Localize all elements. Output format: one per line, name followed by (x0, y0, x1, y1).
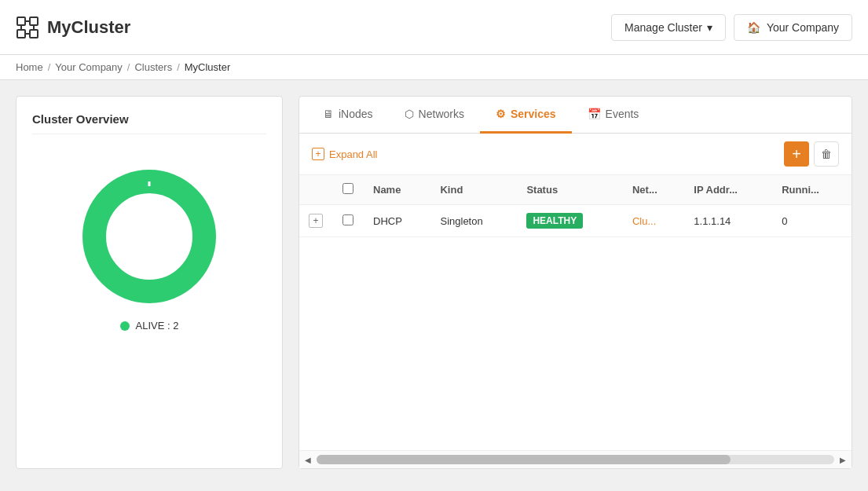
tab-events[interactable]: 📅 Events (572, 97, 655, 134)
scroll-left-button[interactable]: ◀ (302, 454, 313, 465)
row-checkbox[interactable] (342, 214, 353, 225)
trash-icon: 🗑 (821, 148, 832, 160)
col-running: Runni... (772, 175, 852, 205)
delete-button[interactable]: 🗑 (814, 141, 839, 167)
svg-rect-0 (17, 17, 25, 25)
table-container: Name Kind Status Net... IP Addr... Runni… (299, 175, 852, 450)
expand-all-label: Expand All (329, 148, 377, 160)
row-running: 0 (772, 205, 852, 237)
svg-rect-3 (30, 30, 38, 38)
top-header: MyCluster Manage Cluster ▾ 🏠 Your Compan… (0, 0, 868, 55)
expand-all-button[interactable]: + Expand All (312, 148, 377, 160)
row-name: DHCP (364, 205, 430, 237)
breadcrumb-sep-2: / (127, 61, 130, 73)
select-all-checkbox[interactable] (342, 183, 353, 194)
left-panel: Cluster Overview ALIVE : 2 (16, 96, 283, 469)
tab-events-label: Events (606, 108, 639, 120)
table-row: + DHCP Singleton HEALTHY Clu... (299, 205, 852, 237)
row-expand-cell: + (299, 205, 332, 237)
company-button[interactable]: 🏠 Your Company (734, 14, 852, 41)
scroll-track[interactable] (317, 455, 834, 464)
breadcrumb-sep-1: / (48, 61, 51, 73)
tab-services-label: Services (511, 108, 556, 120)
tabs: 🖥 iNodes ⬡ Networks ⚙ Services 📅 Events (299, 97, 852, 134)
breadcrumb-clusters[interactable]: Clusters (134, 61, 172, 73)
col-kind: Kind (430, 175, 517, 205)
row-kind: Singleton (430, 205, 517, 237)
services-icon: ⚙ (496, 108, 506, 120)
col-name: Name (364, 175, 430, 205)
network-link[interactable]: Clu... (632, 215, 656, 227)
add-icon: + (792, 145, 801, 163)
events-icon: 📅 (588, 108, 601, 120)
toolbar: + Expand All + 🗑 (299, 134, 852, 175)
svg-rect-2 (17, 30, 25, 38)
manage-cluster-label: Manage Cluster (624, 21, 702, 34)
tab-services[interactable]: ⚙ Services (480, 97, 572, 134)
header-row: Name Kind Status Net... IP Addr... Runni… (299, 175, 852, 205)
table-body: + DHCP Singleton HEALTHY Clu... (299, 205, 852, 237)
donut-container: ALIVE : 2 (32, 150, 266, 347)
horizontal-scrollbar[interactable]: ◀ ▶ (299, 450, 852, 468)
manage-cluster-button[interactable]: Manage Cluster ▾ (611, 14, 726, 41)
donut-chart (79, 166, 220, 307)
home-icon: 🏠 (747, 21, 760, 34)
services-table: Name Kind Status Net... IP Addr... Runni… (299, 175, 852, 237)
svg-point-8 (94, 181, 204, 291)
row-network: Clu... (623, 205, 684, 237)
row-checkbox-cell (332, 205, 364, 237)
table-header: Name Kind Status Net... IP Addr... Runni… (299, 175, 852, 205)
svg-rect-1 (30, 17, 38, 25)
inodes-icon: 🖥 (323, 108, 334, 120)
page-title: MyCluster (47, 17, 130, 38)
row-status: HEALTHY (517, 205, 623, 237)
scroll-right-button[interactable]: ▶ (837, 454, 848, 465)
tab-networks-label: Networks (419, 108, 464, 120)
alive-text: ALIVE : 2 (136, 320, 179, 332)
tab-networks[interactable]: ⬡ Networks (389, 97, 480, 134)
add-button[interactable]: + (784, 141, 809, 167)
alive-dot (120, 321, 130, 331)
breadcrumb: Home / Your Company / Clusters / MyClust… (0, 55, 868, 80)
header-left: MyCluster (16, 16, 130, 39)
expand-plus-icon: + (312, 148, 324, 160)
row-ip: 1.1.1.14 (684, 205, 772, 237)
right-panel: 🖥 iNodes ⬡ Networks ⚙ Services 📅 Events … (298, 96, 852, 469)
cluster-icon (16, 16, 39, 39)
tab-inodes[interactable]: 🖥 iNodes (307, 97, 389, 134)
status-badge: HEALTHY (526, 213, 583, 229)
toolbar-right: + 🗑 (784, 141, 839, 167)
breadcrumb-current: MyCluster (185, 61, 231, 73)
networks-icon: ⬡ (405, 108, 414, 120)
col-status: Status (517, 175, 623, 205)
company-label: Your Company (767, 21, 839, 34)
breadcrumb-company[interactable]: Your Company (55, 61, 123, 73)
breadcrumb-home[interactable]: Home (16, 61, 43, 73)
scroll-thumb (317, 455, 731, 464)
col-expand (299, 175, 332, 205)
tab-inodes-label: iNodes (339, 108, 373, 120)
col-ip: IP Addr... (684, 175, 772, 205)
breadcrumb-sep-3: / (177, 61, 180, 73)
col-checkbox (332, 175, 364, 205)
row-expand-button[interactable]: + (309, 214, 323, 228)
header-right: Manage Cluster ▾ 🏠 Your Company (611, 14, 852, 41)
cluster-overview-title: Cluster Overview (32, 112, 266, 134)
alive-label: ALIVE : 2 (120, 320, 179, 332)
chevron-down-icon: ▾ (707, 21, 712, 34)
main-content: Cluster Overview ALIVE : 2 🖥 iNodes ⬡ (0, 80, 868, 485)
col-network: Net... (623, 175, 684, 205)
